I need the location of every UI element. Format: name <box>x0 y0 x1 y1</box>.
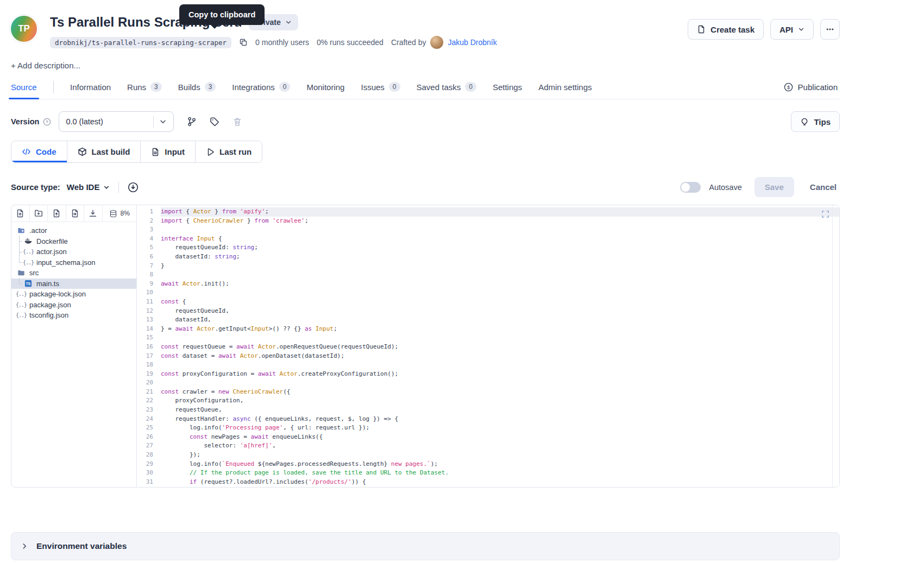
more-button[interactable] <box>820 19 840 40</box>
code-line[interactable]: 29 log.info(`Enqueued ${newPages.process… <box>137 460 839 469</box>
code-line[interactable]: 7} <box>137 262 839 271</box>
tab-label: Settings <box>493 83 522 92</box>
import-file-button[interactable] <box>66 205 85 222</box>
publication-button[interactable]: $ Publication <box>784 81 840 99</box>
code-line[interactable]: 24 requestHandler: async ({ enqueueLinks… <box>137 415 839 424</box>
cancel-button[interactable]: Cancel <box>807 182 840 192</box>
trash-icon[interactable] <box>232 117 242 126</box>
tab-saved-tasks[interactable]: Saved tasks0 <box>417 81 476 99</box>
code-line[interactable]: 18 <box>137 360 839 370</box>
environment-variables-section[interactable]: Environment variables <box>11 532 840 560</box>
code-line[interactable]: 11const { <box>137 298 839 307</box>
file-tree-item-src[interactable]: src <box>11 268 136 279</box>
code-line[interactable]: 12 requestQueueId, <box>137 307 839 316</box>
code-line[interactable]: 14} = await Actor.getInput<Input>() ?? {… <box>137 325 839 334</box>
new-folder-button[interactable] <box>30 205 48 222</box>
api-button[interactable]: API <box>770 19 814 40</box>
tab-issues[interactable]: Issues0 <box>361 81 400 99</box>
tab-runs[interactable]: Runs3 <box>127 81 162 99</box>
tips-button[interactable]: Tips <box>791 111 840 132</box>
code-line[interactable]: 4interface Input { <box>137 235 839 244</box>
code-line[interactable]: 19const proxyConfiguration = await Actor… <box>137 370 839 379</box>
code-line[interactable]: 28 }); <box>137 451 839 460</box>
file-tree-item-package-lock-json[interactable]: {..}package-lock.json <box>11 289 136 300</box>
create-task-button[interactable]: Create task <box>688 19 764 40</box>
copy-icon[interactable] <box>239 38 248 47</box>
code-area[interactable]: 1import { Actor } from 'apify';2import {… <box>137 205 839 487</box>
tag-icon[interactable] <box>210 117 219 126</box>
code-line[interactable]: 5 requestQueueId: string; <box>137 243 839 252</box>
tab-builds[interactable]: Builds3 <box>178 81 216 99</box>
download-circle-icon <box>128 182 139 193</box>
code-line[interactable]: 10 <box>137 288 839 298</box>
folder-icon <box>17 269 26 277</box>
help-icon[interactable]: ? <box>43 118 51 126</box>
fullscreen-icon[interactable] <box>821 210 829 220</box>
file-name: package-lock.json <box>29 290 86 298</box>
select-divider <box>153 116 154 128</box>
autosave-toggle[interactable] <box>680 182 701 193</box>
braces-icon: {..} <box>17 300 26 309</box>
line-number: 12 <box>137 307 161 316</box>
save-button[interactable]: Save <box>755 177 794 197</box>
line-number: 14 <box>137 325 161 334</box>
file-tree-item-package-json[interactable]: {..}package.json <box>11 300 136 311</box>
code-line[interactable]: 20 <box>137 378 839 388</box>
code-line[interactable]: 21const crawler = new CheerioCrawler({ <box>137 388 839 397</box>
code-line[interactable]: 31 if (request?.loadedUrl?.includes('/pr… <box>137 478 839 487</box>
source-type-select[interactable]: Web IDE <box>67 182 110 192</box>
new-file-button[interactable] <box>11 205 30 222</box>
code-line[interactable]: 23 requestQueue, <box>137 406 839 415</box>
code-line[interactable]: 6 datasetId: string; <box>137 252 839 262</box>
code-line[interactable]: 17const dataset = await Actor.openDatase… <box>137 352 839 361</box>
editor-tab-last-build[interactable]: Last build <box>67 141 141 162</box>
version-select[interactable]: 0.0 (latest) <box>59 111 174 132</box>
tab-monitoring[interactable]: Monitoring <box>306 81 344 99</box>
tab-integrations[interactable]: Integrations0 <box>232 81 290 99</box>
code-line[interactable]: 22 proxyConfiguration, <box>137 396 839 406</box>
file-name: input_schema.json <box>36 258 95 267</box>
code-line[interactable]: 8 <box>137 270 839 280</box>
tab-information[interactable]: Information <box>70 81 111 99</box>
tab-settings[interactable]: Settings <box>493 81 522 99</box>
code-line[interactable]: 27 selector: 'a[href]', <box>137 441 839 451</box>
file-tree-item-dockerfile[interactable]: Dockerfile <box>11 236 136 247</box>
git-branch-icon[interactable] <box>187 117 197 126</box>
code-text <box>161 225 839 235</box>
line-number: 24 <box>137 415 161 424</box>
code-icon <box>22 147 31 156</box>
code-line[interactable]: 16const requestQueue = await Actor.openR… <box>137 343 839 352</box>
folder-plus-icon <box>34 209 43 218</box>
scrollbar-track[interactable] <box>832 205 839 487</box>
editor-tab-last-run[interactable]: Last run <box>196 141 262 162</box>
upload-file-button[interactable] <box>48 205 66 222</box>
file-name: Dockerfile <box>36 237 68 245</box>
editor-tab-input[interactable]: Input <box>141 141 196 162</box>
author-link[interactable]: Jakub Drobník <box>448 38 496 47</box>
code-line[interactable]: 26 const newPages = await enqueueLinks({ <box>137 433 839 442</box>
file-tree-item-actor-json[interactable]: {..}actor.json <box>11 246 136 257</box>
code-line[interactable]: 1import { Actor } from 'apify'; <box>137 207 839 217</box>
code-line[interactable]: 15 <box>137 333 839 343</box>
add-description-button[interactable]: + Add description... <box>11 61 840 70</box>
code-line[interactable]: 3 <box>137 225 839 235</box>
code-text: interface Input { <box>161 235 839 244</box>
line-number: 20 <box>137 378 161 388</box>
download-files-button[interactable] <box>84 205 103 222</box>
download-source-button[interactable] <box>128 182 139 193</box>
version-value: 0.0 (latest) <box>66 117 153 126</box>
docker-icon <box>24 237 33 245</box>
code-line[interactable]: 9await Actor.init(); <box>137 280 839 289</box>
file-tree-item-input-schema-json[interactable]: {..}input_schema.json <box>11 257 136 268</box>
code-text: requestQueue, <box>161 406 839 415</box>
editor-tab-code[interactable]: Code <box>11 141 67 162</box>
tab-source[interactable]: Source <box>11 81 37 99</box>
tab-admin-settings[interactable]: Admin settings <box>538 81 592 99</box>
code-line[interactable]: 25 log.info('Processing page', { url: re… <box>137 423 839 433</box>
file-tree-item-tsconfig-json[interactable]: {..}tsconfig.json <box>11 310 136 321</box>
code-line[interactable]: 30 // If the product page is loaded, sav… <box>137 469 839 478</box>
file-tree-item-main-ts[interactable]: TSmain.ts <box>11 279 136 289</box>
file-tree-item--actor[interactable]: .actor <box>11 225 136 236</box>
code-line[interactable]: 2import { CheerioCrawler } from 'crawlee… <box>137 217 839 226</box>
code-line[interactable]: 13 datasetId, <box>137 315 839 325</box>
